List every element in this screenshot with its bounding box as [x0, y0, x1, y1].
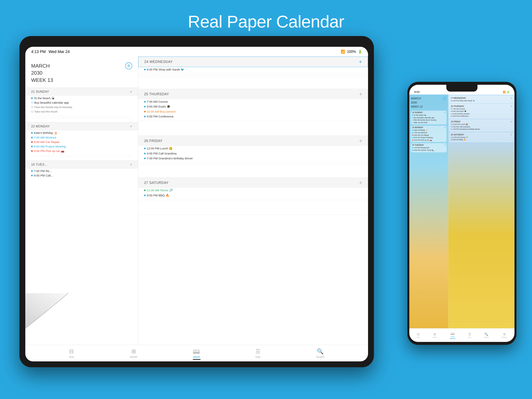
- iphone-day-14-add[interactable]: +: [444, 111, 445, 114]
- iphone-event-15-3: 8:00 AM Car Repair: [412, 134, 445, 137]
- ipad-screen: 4:13 PM Wed Mar 24 📶 100% 🔋 MARCH 2030 W…: [25, 47, 368, 361]
- event-dot-bday-dinner: [144, 158, 146, 159]
- right-day-27-header: 27 SATURDAY +: [138, 178, 368, 188]
- ipad-device: 4:13 PM Wed Mar 24 📶 100% 🔋 MARCH 2030 W…: [19, 36, 374, 367]
- right-event-26-1[interactable]: 12:00 PM Lunch 😋: [138, 146, 368, 151]
- event-dot-exam: [144, 106, 146, 107]
- tab-search[interactable]: 🔍 Search: [316, 348, 325, 359]
- iphone-tab-year[interactable]: ⊟ Year: [417, 332, 420, 338]
- iphone-tab-year-icon: ⊟: [417, 332, 419, 336]
- iphone-tab-month[interactable]: ⊞ Month: [432, 332, 437, 338]
- day-22-lines: [25, 153, 138, 159]
- event-dot-c: [31, 175, 33, 176]
- ipad-date: Wed Mar 24: [49, 50, 70, 54]
- iphone-tab-day-icon: ☰: [468, 332, 471, 336]
- right-day-26-header: 26 FRIDAY +: [138, 136, 368, 146]
- iphone-right-17-add[interactable]: +: [511, 97, 512, 99]
- iphone-tab-bar: ⊟ Year ⊞ Month 📖 Week ☰ Day 🔍 Search ⚙: [409, 328, 514, 342]
- iphone-event-15-2: 7:00 AM Workout: [412, 131, 445, 134]
- event-22-5[interactable]: 5:00 PM Pick up car 🚗: [25, 149, 138, 153]
- right-event-27-1[interactable]: 11:00 AM Tennis 🎾: [138, 188, 368, 193]
- event-21-2[interactable]: Buy beautiful calendar app: [25, 100, 138, 105]
- right-event-26-3[interactable]: 7:00 PM Grandma's birthday dinner: [138, 156, 368, 161]
- tab-month-icon: ⊞: [132, 348, 136, 354]
- event-22-2[interactable]: 7:00 AM Workout: [25, 135, 138, 140]
- tab-year[interactable]: ⊟ Year: [69, 348, 74, 359]
- tab-month[interactable]: ⊞ Month: [130, 348, 138, 359]
- iphone-right-20-add[interactable]: +: [511, 134, 512, 136]
- event-16-1[interactable]: 7:00 PM Re...: [25, 169, 138, 173]
- iphone-event-14-3: Plan the family trip to Norway: [412, 119, 445, 121]
- iphone-tab-settings[interactable]: ⚙ Settings: [501, 332, 507, 338]
- iphone-month-label: MARCH 2030 WEEK 12: [411, 97, 447, 109]
- event-22-3[interactable]: 8:00 AM Car Repair: [25, 140, 138, 144]
- iphone-right-day-19: 19 FRIDAY + 12:00 PM Lunch 🍱 4:00 PM Cal…: [450, 120, 513, 131]
- event-22-4[interactable]: 9:00 AM Project Meeting: [25, 144, 138, 149]
- ipad-wifi-icon: 📶: [341, 50, 345, 54]
- tab-year-icon: ⊟: [69, 348, 74, 354]
- iphone-right-18-add[interactable]: +: [511, 105, 512, 107]
- day-22-add[interactable]: +: [130, 124, 132, 129]
- event-dot-course: [144, 101, 146, 103]
- iphone-left-header: ⚙ MARCH 2030 WEEK 12: [411, 97, 447, 111]
- iphone-tab-search-icon: 🔍: [484, 332, 488, 336]
- event-dot-circle-gray: [31, 106, 33, 108]
- tab-year-label: Year: [69, 355, 74, 359]
- tab-week-label: Week: [193, 355, 200, 359]
- right-day-25-add[interactable]: +: [359, 91, 362, 97]
- right-event-25-2[interactable]: 9:00 AM Exam 🎓: [138, 104, 368, 109]
- iphone-tab-settings-icon: ⚙: [503, 332, 506, 336]
- iphone-right-17-header: 17 WEDNESDAY +: [451, 97, 512, 99]
- right-lines-25: [138, 120, 368, 135]
- iphone-event-14-4: Take out the trash: [412, 121, 445, 124]
- tab-search-label: Search: [316, 355, 325, 359]
- right-event-24-1[interactable]: 4:00 PM Shop with Sarah 🐦: [138, 67, 368, 72]
- iphone-right-day-20: 20 SATURDAY + 11:00 AM Tennis 🎾 9:00 PM …: [450, 133, 513, 142]
- right-day-27-add[interactable]: +: [359, 180, 362, 186]
- iphone-right-20-header: 20 SATURDAY +: [451, 134, 512, 136]
- calendar-content: MARCH 2030 WEEK 13 ⚙ 21 SUNDAY + To the …: [25, 57, 368, 345]
- event-16-2[interactable]: 9:00 PM Call...: [25, 173, 138, 178]
- right-lines-24: [138, 73, 368, 89]
- iphone-settings-icon[interactable]: ⚙: [443, 97, 447, 100]
- right-event-25-4[interactable]: 4:00 PM Conference: [138, 114, 368, 119]
- day-22-label: 22 MONDAY: [31, 125, 50, 128]
- tab-week[interactable]: 📖 Week: [193, 348, 200, 359]
- event-dot-grandma-call: [144, 153, 146, 154]
- right-event-27-2[interactable]: 9:00 PM BBQ 🔥: [138, 193, 368, 198]
- settings-icon[interactable]: ⚙: [125, 62, 132, 69]
- iphone-day-14-header: 14 SUNDAY +: [412, 111, 445, 114]
- iphone-day-16-header: 16 TUESDAY +: [412, 144, 445, 146]
- right-event-26-2[interactable]: 4:00 PM Call Grandma: [138, 151, 368, 156]
- right-day-24-add[interactable]: +: [359, 59, 362, 65]
- iphone-wifi-icon: 📶: [503, 91, 506, 94]
- iphone-tab-week[interactable]: 📖 Week: [450, 332, 456, 339]
- right-event-25-3[interactable]: 10:00 AM Buy present: [138, 109, 368, 114]
- ipad-battery-icon: 🔋: [358, 50, 362, 54]
- day-21-header: 21 SUNDAY +: [25, 88, 138, 96]
- iphone-day-16-add[interactable]: +: [444, 144, 445, 146]
- tab-day[interactable]: ☰ Day: [255, 348, 260, 359]
- tab-indicator: [193, 359, 201, 360]
- iphone-day-15-add[interactable]: +: [444, 126, 445, 129]
- right-day-26-add[interactable]: +: [359, 138, 362, 144]
- iphone-right-19-add[interactable]: +: [511, 121, 512, 123]
- iphone-tab-day[interactable]: ☰ Day: [468, 332, 471, 338]
- right-day-24-label: 24 WEDNESDAY: [144, 60, 173, 64]
- event-21-4[interactable]: Take out the trash: [25, 109, 138, 114]
- left-panel: MARCH 2030 WEEK 13 ⚙ 21 SUNDAY + To the …: [25, 57, 138, 345]
- iphone-tab-search[interactable]: 🔍 Search: [484, 332, 488, 338]
- right-event-25-1[interactable]: 7:00 AM Course: [138, 99, 368, 104]
- event-dot-pm: [31, 146, 33, 147]
- day-21-add[interactable]: +: [130, 89, 132, 94]
- event-21-1[interactable]: To the beach 🌤: [25, 96, 138, 100]
- iphone-tab-month-label: Month: [432, 336, 437, 338]
- iphone-tab-year-label: Year: [417, 336, 420, 338]
- day-16-add[interactable]: +: [130, 162, 132, 167]
- iphone-event-15-1: Kate's birthday 🎂: [412, 129, 445, 131]
- iphone-tab-week-indicator: [450, 338, 456, 339]
- event-dot-tennis: [144, 190, 146, 191]
- event-21-3[interactable]: Plan the family trip to Norway: [25, 105, 138, 109]
- event-22-1[interactable]: Kate's birthday 🎂: [25, 130, 138, 135]
- day-16-header: 16 TUES... +: [25, 161, 138, 169]
